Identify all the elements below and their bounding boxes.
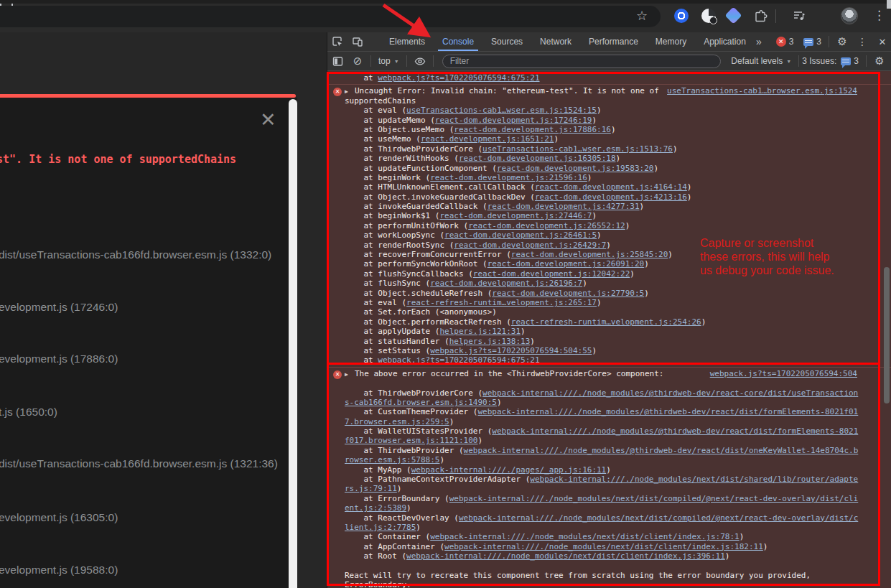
devtools-panel: ElementsConsoleSourcesNetworkPerformance… bbox=[327, 32, 891, 588]
stack-source-link[interactable]: webpack-internal:///./node_modules/next/… bbox=[444, 542, 763, 551]
stack-source-link[interactable]: lient.js:2:7785 bbox=[345, 523, 416, 532]
address-bar[interactable] bbox=[0, 6, 661, 27]
stack-source-link[interactable]: react.development.js:1651:21 bbox=[421, 134, 554, 144]
stack-text: ) bbox=[521, 327, 526, 336]
stack-source-link[interactable]: webpack-internal:///./node_modules/next/… bbox=[406, 551, 725, 561]
extensions-puzzle-icon[interactable] bbox=[753, 9, 768, 23]
stack-source-link[interactable]: helpers.js:138:13 bbox=[449, 337, 531, 346]
stack-source-link[interactable]: react-dom.development.js:26461:5 bbox=[444, 230, 597, 240]
stack-source-link[interactable]: webpack-internal:///./node_modules/next/… bbox=[449, 494, 859, 503]
stack-source-link[interactable]: react-dom.development.js:17886:16 bbox=[454, 125, 611, 134]
stack-source-link[interactable]: react-dom.development.js:26091:20 bbox=[488, 259, 645, 269]
stack-source-link[interactable]: react-dom.development.js:4164:14 bbox=[535, 182, 687, 192]
tab-network[interactable]: Network bbox=[531, 32, 580, 51]
stack-source-link[interactable]: webpack-internal:///./node_modules/@thir… bbox=[482, 388, 858, 398]
stack-source-link[interactable]: react-dom.development.js:16305:18 bbox=[459, 154, 616, 163]
stack-source-link[interactable]: react-dom.development.js:27790:5 bbox=[492, 289, 644, 298]
overlay-scrollbar[interactable] bbox=[289, 99, 297, 588]
tab-application[interactable]: Application bbox=[695, 32, 755, 51]
message-source-link[interactable]: useTransactions-cab1…browser.esm.js:1524 bbox=[667, 86, 857, 95]
profile-avatar[interactable] bbox=[841, 7, 858, 24]
devtools-close-icon[interactable]: ✕ bbox=[877, 36, 888, 47]
stack-source-link[interactable]: rs.js:79:11 bbox=[345, 484, 397, 493]
expand-triangle-icon[interactable]: ▶ bbox=[345, 87, 355, 96]
stack-source-link[interactable]: ent.js:2:5389 bbox=[345, 503, 406, 513]
stack-source-link[interactable]: react-dom.development.js:27446:7 bbox=[439, 211, 592, 220]
live-expression-eye-icon[interactable] bbox=[414, 55, 426, 67]
console-line: at beginWork$1 (react-dom.development.js… bbox=[345, 211, 891, 220]
console-scrollbar[interactable] bbox=[884, 267, 890, 403]
stack-source-link[interactable]: react-refresh-runtim…velopment.js:254:26 bbox=[511, 317, 701, 327]
stack-source-link[interactable]: webpack-internal:///./node_modules/@thir… bbox=[464, 446, 859, 455]
stack-source-link[interactable]: rowser.esm.js:5788:5 bbox=[345, 455, 439, 465]
stack-source-link[interactable]: react-dom.development.js:26196:7 bbox=[430, 279, 582, 288]
extension-blue-circle-icon[interactable] bbox=[674, 9, 689, 23]
tab-memory[interactable]: Memory bbox=[647, 32, 695, 51]
stack-source-link[interactable]: f017.browser.esm.js:1121:100 bbox=[345, 436, 477, 445]
stack-source-link[interactable]: webpack-internal:///./node_modules/next/… bbox=[430, 532, 739, 541]
console-line: at ErrorBoundary (webpack-internal:///./… bbox=[345, 494, 891, 503]
console-sidebar-toggle-icon[interactable] bbox=[332, 55, 343, 67]
context-selector-label: top bbox=[378, 56, 391, 66]
console-message-badge[interactable]: 3 bbox=[793, 37, 821, 47]
stack-source-link[interactable]: helpers.js:121:31 bbox=[439, 327, 521, 336]
toolbar-divider bbox=[370, 55, 371, 67]
stack-source-link[interactable]: react-dom.development.js:25845:20 bbox=[511, 250, 668, 259]
stack-text: ) bbox=[530, 337, 535, 346]
bookmark-star-icon[interactable]: ☆ bbox=[636, 8, 648, 24]
devtools-settings-gear-icon[interactable]: ⚙ bbox=[836, 36, 848, 47]
console-error-badge[interactable]: ✕ 3 bbox=[776, 37, 794, 47]
stack-source-link[interactable]: webpack-internal:///./node_modules/@thir… bbox=[492, 426, 858, 436]
expand-triangle-icon[interactable]: ▶ bbox=[345, 370, 355, 379]
stack-source-link[interactable]: react-dom.development.js:4277:31 bbox=[488, 202, 640, 211]
stack-source-link[interactable]: react-refresh-runtim…velopment.js:265:17 bbox=[406, 298, 597, 307]
context-selector[interactable]: top ▼ bbox=[378, 56, 399, 66]
stack-source-link[interactable]: react-dom.development.js:4213:16 bbox=[535, 192, 687, 202]
stack-source-link[interactable]: react-dom.development.js:19583:20 bbox=[497, 164, 654, 173]
stack-source-link[interactable]: react-dom.development.js:17246:19 bbox=[435, 116, 592, 125]
stack-source-link[interactable]: react-dom.development.js:26552:12 bbox=[468, 221, 625, 230]
more-tabs-icon[interactable]: » bbox=[756, 36, 762, 47]
stack-source-link[interactable]: 7.browser.esm.js:259:5 bbox=[345, 417, 449, 426]
console-line: at invokeGuardedCallback (react-dom.deve… bbox=[345, 202, 891, 211]
console-filter-input[interactable] bbox=[442, 55, 722, 68]
overlay-close-icon[interactable]: ✕ bbox=[260, 108, 276, 131]
tab-performance[interactable]: Performance bbox=[580, 32, 647, 51]
stack-source-link[interactable]: useTransactions-cab1…wser.esm.js:1513:76 bbox=[482, 144, 673, 154]
console-settings-gear-icon[interactable]: ⚙ bbox=[874, 55, 885, 67]
stack-text: at bbox=[345, 73, 378, 83]
stack-source-link[interactable]: webpack.js?ts=1702205076594:504:55 bbox=[430, 346, 592, 355]
tab-sources[interactable]: Sources bbox=[482, 32, 531, 51]
stack-source-link[interactable]: react-dom.development.js:21596:16 bbox=[430, 173, 587, 182]
stack-source-link[interactable]: webpack-internal:///./node_modules/@thir… bbox=[477, 407, 858, 416]
stack-source-link[interactable]: webpack-internal:///./pages/_app.js:16:1… bbox=[411, 465, 607, 475]
tab-console[interactable]: Console bbox=[434, 32, 482, 51]
stack-source-link[interactable]: react-dom.development.js:26429:7 bbox=[454, 241, 606, 250]
inspect-element-icon[interactable] bbox=[332, 36, 343, 47]
stack-source-link[interactable]: webpack-internal:///./node_modules/next/… bbox=[530, 475, 858, 484]
stack-text: ) bbox=[497, 398, 502, 407]
stack-source-link[interactable]: useTransactions-cab1…wser.esm.js:1524:15 bbox=[406, 106, 597, 115]
stack-text: ) bbox=[606, 465, 611, 475]
device-toolbar-icon[interactable] bbox=[352, 36, 363, 47]
devtools-kebab-menu-icon[interactable]: ⋮ bbox=[857, 36, 868, 47]
extension-diamond-icon[interactable] bbox=[724, 6, 742, 24]
stack-source-link[interactable]: react-dom.development.js:12042:22 bbox=[473, 269, 630, 279]
tab-elements[interactable]: Elements bbox=[381, 32, 434, 51]
stack-text: ) bbox=[582, 279, 587, 288]
stack-source-link[interactable]: webpack.js?ts=1702205076594:675:21 bbox=[378, 73, 539, 83]
stack-source-link[interactable]: webpack-internal:///./node_modules/next/… bbox=[459, 513, 858, 523]
log-levels-selector[interactable]: Default levels ▼ bbox=[731, 56, 791, 66]
media-controls-icon[interactable] bbox=[792, 9, 806, 23]
clear-console-icon[interactable]: ⊘ bbox=[352, 55, 363, 67]
message-source-link[interactable]: webpack.js?ts=1702205076594:504 bbox=[710, 369, 857, 378]
stack-text: at updateMemo ( bbox=[345, 116, 435, 125]
browser-menu-kebab-icon[interactable]: ⋮ bbox=[873, 8, 885, 23]
extension-clock-icon[interactable] bbox=[701, 9, 716, 23]
stack-source-link[interactable]: webpack.js?ts=1702205076594:675:21 bbox=[378, 355, 539, 365]
console-line: at ThirdwebProviderCore (webpack-interna… bbox=[345, 388, 891, 398]
issues-counter[interactable]: 3 Issues: 3 bbox=[802, 56, 859, 66]
stack-source-link[interactable]: s-cab166fd.browser.esm.js:1490:5 bbox=[345, 398, 497, 407]
console-line: at workLoopSync (react-dom.development.j… bbox=[345, 230, 891, 240]
stack-text: at performUnitOfWork ( bbox=[345, 221, 468, 230]
